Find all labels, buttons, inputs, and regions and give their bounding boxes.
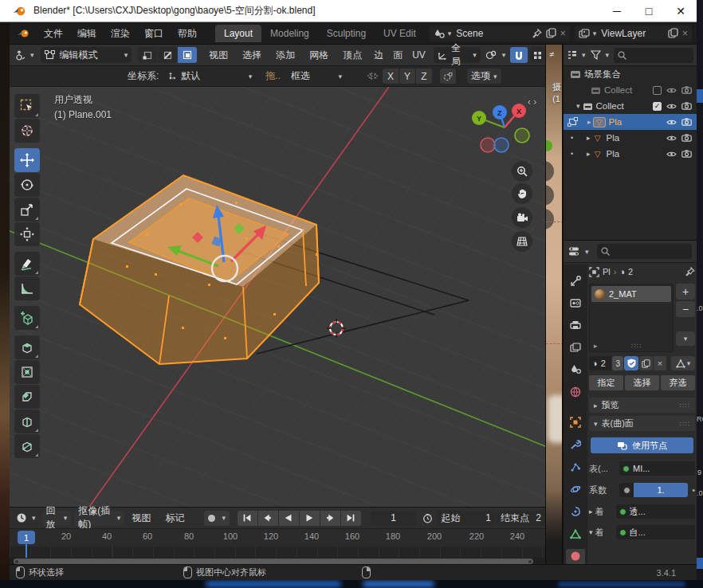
expand-caret[interactable]: ▸ (589, 508, 593, 515)
workspace-tab-sculpting[interactable]: Sculpting (318, 25, 375, 42)
mode-dropdown[interactable]: 编辑模式 ▾ (41, 47, 132, 63)
remove-viewlayer-icon[interactable]: × (682, 28, 688, 39)
hide-eye-icon[interactable] (666, 151, 677, 158)
hide-eye-icon[interactable] (666, 135, 677, 142)
hide-eye-icon[interactable] (666, 87, 677, 94)
current-frame-badge[interactable]: 1 (18, 531, 35, 544)
menu-uv[interactable]: UV (407, 45, 430, 65)
slot-list-expand[interactable]: ▸ (594, 342, 598, 350)
unlink-scene-icon[interactable]: × (560, 28, 566, 39)
tool-rotate[interactable] (14, 173, 40, 197)
outliner-row-collection[interactable]: ▾ Collect ✓ (564, 98, 697, 114)
jump-to-end-button[interactable] (341, 511, 361, 526)
coord-system-dropdown[interactable]: 默认 ▾ (163, 69, 256, 84)
collection-checkbox-off[interactable] (653, 86, 662, 95)
snap-settings-icon[interactable] (440, 69, 456, 84)
copy-material-button[interactable] (639, 356, 653, 370)
add-material-slot-button[interactable]: + (676, 284, 695, 300)
outliner-row-scene-collection[interactable]: 场景集合 (564, 66, 697, 82)
scene-name[interactable]: Scene (456, 28, 483, 39)
node-dropdown-button[interactable]: ▾ (671, 356, 695, 370)
timeline-scrollbar[interactable] (14, 559, 533, 564)
tool-move[interactable] (14, 148, 40, 172)
select-button[interactable]: 选择 (625, 375, 659, 390)
use-preview-range-icon[interactable] (422, 513, 433, 523)
tool-knife[interactable] (14, 434, 40, 458)
tool-loop-cut[interactable] (14, 410, 40, 433)
scene-browse-caret[interactable]: ▾ (448, 29, 452, 37)
menu-window[interactable]: 窗口 (137, 23, 171, 44)
use-nodes-button[interactable]: 使用节点 (591, 437, 693, 453)
toggle-ortho-button[interactable] (512, 231, 532, 252)
outliner-row-plane-active[interactable]: ▸ ▽ Pla (564, 114, 697, 130)
keying-set-caret[interactable]: ▾ (222, 514, 226, 522)
timeline-channels[interactable] (10, 547, 545, 558)
pivot-point-button[interactable]: ▾ (485, 50, 506, 61)
outliner-row-plane[interactable]: • ▸ ▽ Pla (564, 146, 697, 162)
expand-caret[interactable]: ▸ (587, 118, 591, 126)
expand-caret[interactable]: ▾ (589, 528, 593, 536)
tool-cursor[interactable] (14, 119, 40, 143)
orientation-dropdown[interactable]: 全局 ▾ (434, 47, 481, 63)
new-viewlayer-icon[interactable] (668, 28, 678, 38)
tool-add-cube[interactable] (14, 306, 40, 330)
tool-inset-faces[interactable] (14, 360, 40, 384)
breadcrumb-object[interactable]: Pl (603, 267, 611, 276)
tab-modifiers[interactable] (566, 437, 585, 453)
menu-vertex[interactable]: 顶点 (336, 45, 369, 65)
select-mode-edge-button[interactable] (158, 47, 177, 63)
menu-mesh[interactable]: 网格 (302, 45, 336, 65)
pan-viewport-button[interactable] (512, 183, 532, 204)
tab-physics[interactable] (566, 482, 585, 497)
viewlayer-icon[interactable] (579, 29, 590, 38)
material-specials-button[interactable]: ▾ (676, 331, 695, 346)
tool-scale[interactable] (14, 198, 40, 221)
blender-menu-icon[interactable] (18, 29, 30, 38)
maximize-button[interactable]: □ (633, 5, 665, 18)
outliner-row-plane[interactable]: • ▸ ▽ Pla (564, 130, 697, 146)
camera-strip-area[interactable]: ≠ 摄 (1 (545, 45, 563, 564)
menu-render[interactable]: 渲染 (104, 23, 137, 44)
timeline-menu-markers[interactable]: 标记 (158, 508, 191, 528)
assign-button[interactable]: 指定 (589, 375, 623, 390)
outliner-display-mode-button[interactable]: ▾ (567, 50, 586, 60)
frame-start-field[interactable]: 起始 1 (437, 511, 495, 526)
tab-world[interactable] (566, 384, 585, 399)
editor-type-button[interactable]: ▾ (14, 50, 34, 61)
mirror-y-toggle[interactable]: Y (399, 69, 415, 84)
scene-icon[interactable] (434, 29, 445, 38)
mirror-z-toggle[interactable]: Z (416, 69, 432, 84)
menu-add[interactable]: 添加 (269, 45, 302, 65)
proportional-editing-button[interactable] (530, 47, 545, 63)
tool-transform[interactable] (14, 222, 40, 246)
tab-object[interactable] (566, 415, 585, 430)
play-reverse-button[interactable] (279, 511, 299, 526)
timeline-editor-type-button[interactable]: ▾ (16, 512, 36, 523)
timeline-menu-view[interactable]: 视图 (124, 508, 158, 528)
outliner-search-field[interactable] (614, 48, 693, 63)
3d-viewport[interactable]: Y Z X 用户透视 (1) Plane.001 ‹ › (10, 87, 545, 507)
render-camera-icon[interactable] (681, 150, 692, 158)
outliner-row-collection-hidden[interactable]: Collect (564, 82, 697, 98)
tool-annotate[interactable] (14, 252, 40, 276)
viewlayer-name[interactable]: ViewLayer (601, 28, 646, 39)
jump-to-start-button[interactable] (238, 511, 257, 526)
render-camera-icon[interactable] (681, 134, 692, 142)
render-camera-icon[interactable] (681, 102, 692, 110)
emission-shader-field[interactable]: 自... (616, 525, 695, 539)
new-scene-icon[interactable] (546, 28, 556, 38)
tab-material[interactable] (566, 549, 585, 564)
collection-checkbox-on[interactable]: ✓ (653, 102, 662, 111)
current-frame-field[interactable]: 1 (371, 511, 417, 526)
menu-file[interactable]: 文件 (37, 23, 70, 44)
tab-output[interactable] (566, 317, 585, 332)
playhead-line[interactable] (26, 544, 27, 558)
surface-panel-header[interactable]: ▾ 表(曲)面 ∷∷ (589, 416, 695, 431)
fake-user-shield-button[interactable] (624, 356, 638, 370)
factor-socket-button[interactable] (619, 483, 634, 497)
playback-dropdown[interactable]: 回放▾ (42, 511, 72, 526)
tool-measure[interactable] (14, 276, 40, 300)
viewlayer-browse-caret[interactable]: ▾ (593, 29, 597, 37)
material-name-field[interactable]: ◑ 2 (589, 356, 611, 370)
zoom-viewport-button[interactable] (512, 161, 532, 182)
